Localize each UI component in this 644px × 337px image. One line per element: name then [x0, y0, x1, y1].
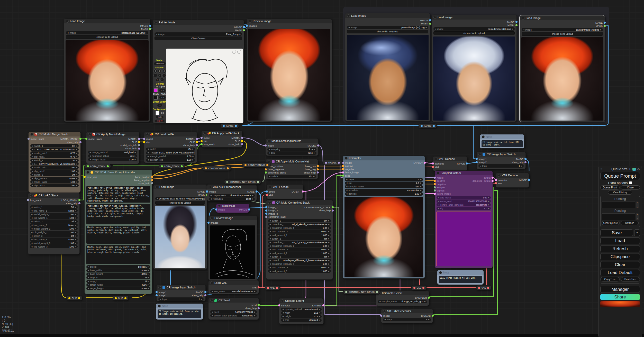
increment-arrow-icon[interactable]: ▶: [319, 312, 320, 314]
stroke-alpha-value[interactable]: 1.0: [159, 96, 166, 99]
decrement-arrow-icon[interactable]: ◀: [379, 300, 380, 303]
image-combo[interactable]: ◀imagepasted/image (29).png▶: [66, 31, 148, 34]
output-port[interactable]: LATENT: [312, 304, 322, 307]
output-port[interactable]: IMAGE: [519, 179, 528, 181]
increment-arrow-icon[interactable]: ▶: [76, 156, 77, 158]
output-port[interactable]: MASK: [198, 193, 205, 196]
decrement-arrow-icon[interactable]: ◀: [212, 290, 213, 292]
decrement-arrow-icon[interactable]: ◀: [212, 315, 213, 317]
node-header[interactable]: Preview Image: [247, 19, 332, 23]
output-port[interactable]: MODEL_STACK: [60, 138, 79, 140]
save-dropdown-arrow[interactable]: ▼: [634, 229, 640, 236]
node-load-vae[interactable]: Load VAE VAE ◀ vae_namevae-sdxl.safetens…: [208, 280, 259, 294]
input-port[interactable]: [65, 25, 66, 27]
decrement-arrow-icon[interactable]: ◀: [31, 217, 32, 219]
input-port[interactable]: samples: [497, 179, 507, 181]
decrement-arrow-icon[interactable]: ◀: [346, 193, 347, 195]
widget-row[interactable]: ◀ height512 ▶: [281, 315, 322, 318]
node-aio-aux-preprocessor[interactable]: AIO Aux Preprocessor image IMAGE ◀ prepr…: [207, 184, 257, 201]
decrement-arrow-icon[interactable]: ◀: [346, 178, 347, 180]
increment-arrow-icon[interactable]: ▶: [254, 315, 256, 317]
decrement-arrow-icon[interactable]: ◀: [32, 174, 33, 176]
increment-arrow-icon[interactable]: ▶: [75, 228, 76, 230]
increment-arrow-icon[interactable]: ▶: [328, 234, 330, 236]
widget-row[interactable]: ◀ lora_name_2None ▶: [30, 223, 78, 227]
collapse-dot[interactable]: [210, 281, 213, 284]
widget-row[interactable]: ◀ resolution1024 ▶: [209, 197, 255, 201]
brush-width-value[interactable]: 3: [157, 104, 162, 107]
output-port[interactable]: show_help: [67, 141, 79, 143]
output-port[interactable]: IMAGE: [197, 190, 205, 193]
image-combo[interactable]: ◀96c31c0a-5c15-467d-bf3f-496920e90e49.jp…: [155, 197, 205, 200]
decrement-arrow-icon[interactable]: ◀: [384, 318, 386, 321]
increment-arrow-icon[interactable]: ▶: [328, 231, 330, 233]
decrement-arrow-icon[interactable]: ◀: [269, 267, 271, 269]
increment-arrow-icon[interactable]: ▶: [135, 159, 136, 161]
shape-tool-button[interactable]: □: [153, 74, 157, 77]
output-port[interactable]: IMAGE: [195, 291, 204, 294]
output-port[interactable]: IMAGE: [420, 19, 429, 22]
collapse-dot[interactable]: [146, 133, 149, 136]
increment-arrow-icon[interactable]: ▶: [319, 319, 320, 321]
decrement-arrow-icon[interactable]: ◀: [89, 151, 91, 153]
decrement-arrow-icon[interactable]: ◀: [88, 284, 89, 286]
pastetree-button[interactable]: PasteTree: [621, 277, 640, 281]
view-history-button[interactable]: View History: [608, 190, 632, 195]
increment-arrow-icon[interactable]: ▶: [75, 210, 76, 212]
decrement-arrow-icon[interactable]: ◀: [269, 175, 270, 177]
img-clear-button[interactable]: IMG ✕: [155, 119, 165, 123]
widget-row[interactable]: ◀ controlnet_strength_21.00 ▶: [268, 244, 331, 248]
increment-arrow-icon[interactable]: ▶: [75, 217, 76, 219]
decrement-arrow-icon[interactable]: ◀: [88, 273, 89, 275]
decrement-arrow-icon[interactable]: ◀: [346, 189, 347, 191]
pending-scrollbar[interactable]: ▲▼: [636, 213, 639, 220]
input-port[interactable]: image1: [478, 158, 487, 160]
increment-arrow-icon[interactable]: ▶: [75, 239, 76, 241]
output-port[interactable]: [255, 222, 256, 224]
increment-arrow-icon[interactable]: ▶: [313, 175, 315, 177]
reroute-conditioning[interactable]: CONDITIONING: [203, 166, 231, 171]
output-port[interactable]: IMAGE: [140, 24, 149, 27]
collapse-dot[interactable]: [155, 186, 158, 188]
increment-arrow-icon[interactable]: ▶: [328, 270, 330, 272]
collapse-dot[interactable]: [347, 14, 350, 17]
increment-arrow-icon[interactable]: ▶: [314, 152, 315, 154]
input-port[interactable]: controlnet_stack: [268, 215, 286, 218]
increment-arrow-icon[interactable]: ▶: [328, 252, 330, 254]
node-note-painter[interactable]: Note CR Image node switch from painter t…: [156, 303, 203, 320]
output-port[interactable]: show_help: [304, 171, 316, 174]
input-port[interactable]: [210, 307, 211, 309]
increment-arrow-icon[interactable]: ▶: [420, 193, 422, 195]
comfy-menu[interactable]: ⠿ Queue size: 0 ⚙ Queue Prompt Extra opt…: [598, 166, 642, 337]
input-port[interactable]: [29, 202, 30, 204]
output-port[interactable]: SAMPLER: [415, 296, 428, 299]
decrement-arrow-icon[interactable]: ◀: [269, 238, 271, 240]
decrement-arrow-icon[interactable]: ◀: [88, 280, 89, 282]
output-port[interactable]: IMAGE: [595, 21, 603, 24]
reroute-vae[interactable]: VAE: [411, 285, 427, 290]
widget-row[interactable]: ◀ seed14580561726364 ▶: [210, 310, 257, 314]
input-port[interactable]: model: [344, 161, 352, 164]
clear-button[interactable]: Clear: [600, 261, 640, 268]
output-port[interactable]: MASK: [141, 28, 149, 30]
widget-row[interactable]: ◀ zsnrfalse ▶: [267, 151, 316, 155]
input-port[interactable]: [433, 21, 434, 23]
output-port[interactable]: show_help: [319, 209, 331, 212]
decrement-arrow-icon[interactable]: ◀: [31, 246, 32, 248]
output-port[interactable]: MODEL: [128, 138, 138, 140]
input-port[interactable]: [210, 304, 211, 306]
widget-row[interactable]: ◀ add_noisetrue ▶: [437, 196, 491, 199]
node-header[interactable]: KSampler: [343, 156, 425, 160]
increment-arrow-icon[interactable]: ▶: [76, 167, 77, 169]
node-load-image-27[interactable]: Load Image IMAGE MASK ◀imagepasted/image…: [345, 13, 430, 122]
decrement-arrow-icon[interactable]: ◀: [31, 239, 32, 241]
input-port[interactable]: image: [208, 190, 216, 193]
collapse-dot[interactable]: [66, 20, 69, 23]
reroute-vae[interactable]: VAE: [476, 285, 491, 290]
increment-arrow-icon[interactable]: ▶: [148, 266, 149, 268]
refresh-button[interactable]: Refresh: [600, 245, 640, 252]
widget-row[interactable]: ◀ base_width4096 ▶: [86, 269, 150, 272]
node-graph-canvas[interactable]: Load Image IMAGE MASK ◀imagepasted/image…: [0, 0, 644, 337]
widget-row[interactable]: ◀ switch_3Off ▶: [30, 234, 78, 238]
decrement-arrow-icon[interactable]: ◀: [31, 231, 32, 233]
